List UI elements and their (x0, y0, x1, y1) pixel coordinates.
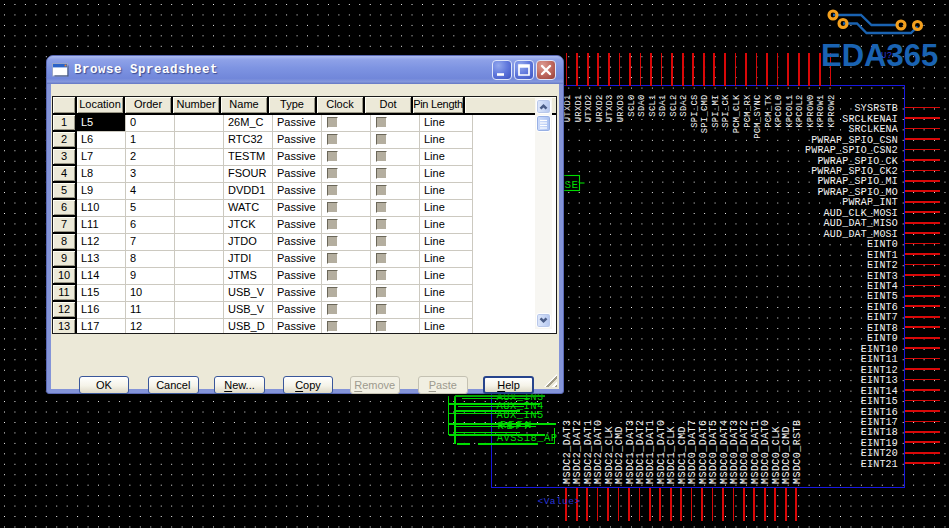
cell-number[interactable] (175, 302, 224, 319)
cell-name[interactable]: JTDI (224, 251, 273, 268)
dot-checkbox[interactable] (376, 321, 387, 332)
clock-checkbox[interactable] (327, 236, 338, 247)
dot-checkbox[interactable] (376, 270, 387, 281)
vertical-scrollbar[interactable] (535, 98, 552, 329)
cell-type[interactable]: Passive (273, 285, 322, 302)
cell-number[interactable] (175, 166, 224, 183)
cell-dot[interactable] (371, 166, 420, 183)
cell-number[interactable] (175, 234, 224, 251)
cell-dot[interactable] (371, 251, 420, 268)
cell-pin-length[interactable]: Line (420, 115, 473, 132)
cell-pin-length[interactable]: Line (420, 302, 473, 319)
clock-checkbox[interactable] (327, 151, 338, 162)
cell-location[interactable]: L6 (77, 132, 126, 149)
row-header-1[interactable]: 1 (53, 115, 77, 132)
cell-clock[interactable] (322, 200, 371, 217)
clock-checkbox[interactable] (327, 253, 338, 264)
column-header-clock[interactable]: Clock (317, 97, 365, 113)
cell-pin-length[interactable]: Line (420, 319, 473, 334)
new-button[interactable]: New... (214, 376, 265, 394)
cell-location[interactable]: L11 (77, 217, 126, 234)
cell-location[interactable]: L7 (77, 149, 126, 166)
cell-location[interactable]: L9 (77, 183, 126, 200)
cell-clock[interactable] (322, 251, 371, 268)
cell-dot[interactable] (371, 285, 420, 302)
dot-checkbox[interactable] (376, 253, 387, 264)
resize-grip[interactable] (544, 374, 557, 387)
clock-checkbox[interactable] (327, 168, 338, 179)
cell-clock[interactable] (322, 268, 371, 285)
cell-location[interactable]: L16 (77, 302, 126, 319)
copy-button[interactable]: Copy (283, 376, 333, 394)
cell-order[interactable]: 9 (126, 268, 175, 285)
cell-order[interactable]: 2 (126, 149, 175, 166)
column-header-pin-length[interactable]: Pin Length (413, 97, 465, 113)
cell-pin-length[interactable]: Line (420, 268, 473, 285)
cell-location[interactable]: L15 (77, 285, 126, 302)
cell-number[interactable] (175, 319, 224, 334)
cell-number[interactable] (175, 268, 224, 285)
cell-type[interactable]: Passive (273, 166, 322, 183)
cell-dot[interactable] (371, 132, 420, 149)
dot-checkbox[interactable] (376, 236, 387, 247)
dot-checkbox[interactable] (376, 287, 387, 298)
dot-checkbox[interactable] (376, 202, 387, 213)
cell-order[interactable]: 11 (126, 302, 175, 319)
cell-type[interactable]: Passive (273, 251, 322, 268)
cell-order[interactable]: 0 (126, 115, 175, 132)
cell-location[interactable]: L14 (77, 268, 126, 285)
cell-pin-length[interactable]: Line (420, 149, 473, 166)
cell-order[interactable]: 8 (126, 251, 175, 268)
cell-clock[interactable] (322, 319, 371, 334)
cell-number[interactable] (175, 149, 224, 166)
cell-name[interactable]: USB_V (224, 285, 273, 302)
cell-number[interactable] (175, 183, 224, 200)
row-header-4[interactable]: 4 (53, 166, 77, 183)
minimize-button[interactable] (492, 60, 512, 80)
cell-clock[interactable] (322, 115, 371, 132)
clock-checkbox[interactable] (327, 270, 338, 281)
dot-checkbox[interactable] (376, 304, 387, 315)
dot-checkbox[interactable] (376, 134, 387, 145)
cell-location[interactable]: L5 (77, 115, 126, 132)
cell-type[interactable]: Passive (273, 319, 322, 334)
cell-dot[interactable] (371, 115, 420, 132)
cell-type[interactable]: Passive (273, 234, 322, 251)
maximize-button[interactable] (514, 60, 534, 80)
dot-checkbox[interactable] (376, 219, 387, 230)
cell-name[interactable]: RTC32 (224, 132, 273, 149)
row-header-11[interactable]: 11 (53, 285, 77, 302)
cell-type[interactable]: Passive (273, 200, 322, 217)
cell-dot[interactable] (371, 302, 420, 319)
cell-number[interactable] (175, 217, 224, 234)
column-header-type[interactable]: Type (269, 97, 317, 113)
cell-pin-length[interactable]: Line (420, 251, 473, 268)
cell-clock[interactable] (322, 149, 371, 166)
cell-pin-length[interactable]: Line (420, 183, 473, 200)
cell-name[interactable]: JTCK (224, 217, 273, 234)
cell-clock[interactable] (322, 234, 371, 251)
cell-dot[interactable] (371, 200, 420, 217)
cell-clock[interactable] (322, 285, 371, 302)
cell-number[interactable] (175, 251, 224, 268)
help-button[interactable]: Help (483, 376, 534, 394)
cell-location[interactable]: L13 (77, 251, 126, 268)
cell-pin-length[interactable]: Line (420, 285, 473, 302)
column-header-location[interactable]: Location (77, 97, 125, 113)
cell-location[interactable]: L17 (77, 319, 126, 334)
cell-name[interactable]: WATC (224, 200, 273, 217)
cell-location[interactable]: L10 (77, 200, 126, 217)
cell-location[interactable]: L8 (77, 166, 126, 183)
row-header-5[interactable]: 5 (53, 183, 77, 200)
cell-dot[interactable] (371, 149, 420, 166)
dialog-titlebar[interactable]: Browse Spreadsheet (47, 56, 563, 84)
clock-checkbox[interactable] (327, 219, 338, 230)
cell-name[interactable]: USB_D (224, 319, 273, 334)
cell-type[interactable]: Passive (273, 149, 322, 166)
cell-type[interactable]: Passive (273, 132, 322, 149)
clock-checkbox[interactable] (327, 134, 338, 145)
clock-checkbox[interactable] (327, 304, 338, 315)
row-header-13[interactable]: 13 (53, 319, 77, 334)
row-header-10[interactable]: 10 (53, 268, 77, 285)
cell-clock[interactable] (322, 132, 371, 149)
